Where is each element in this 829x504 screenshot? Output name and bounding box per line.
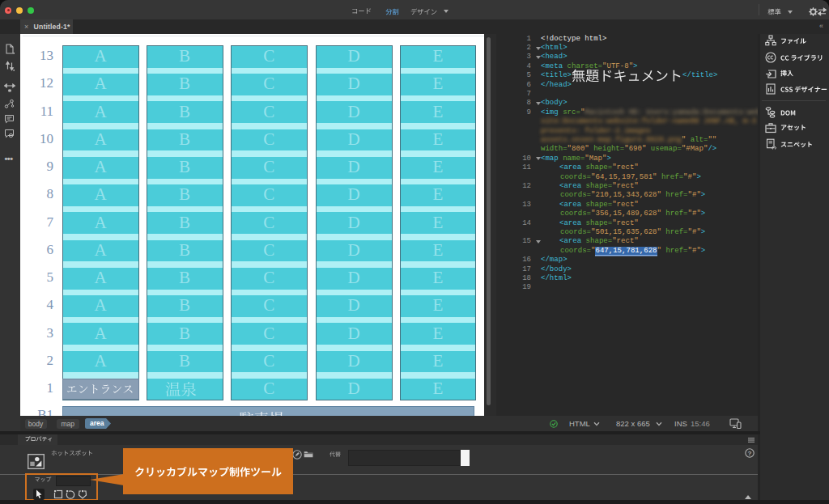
svg-text:?: ? xyxy=(748,450,752,457)
